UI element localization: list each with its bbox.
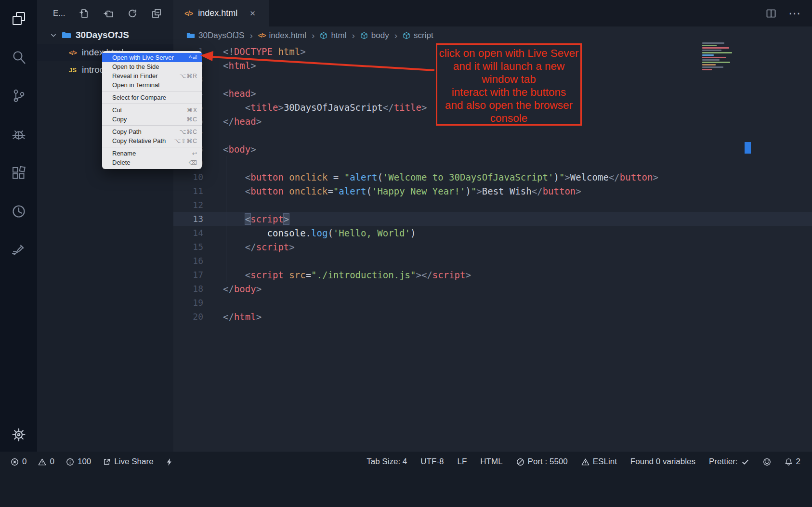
annotation-text: interact with the buttons — [437, 86, 580, 99]
menu-item[interactable]: Open to the Side — [102, 62, 202, 71]
refresh-button[interactable] — [127, 8, 138, 19]
split-editor-icon[interactable] — [765, 8, 777, 19]
smiley-icon — [763, 458, 771, 466]
status-item[interactable]: 0 — [11, 457, 26, 467]
code-line[interactable]: 14 console.log('Hello, World') — [173, 226, 812, 240]
breadcrumb-label: body — [371, 31, 389, 40]
status-item[interactable]: Prettier: — [709, 457, 749, 467]
menu-item-shortcut: ⌥⌘C — [180, 129, 198, 135]
status-item[interactable]: Live Share — [103, 457, 153, 467]
menu-item[interactable]: Reveal in Finder⌥⌘R — [102, 71, 202, 80]
status-label: 100 — [78, 457, 91, 467]
code-line[interactable]: 13 <script> — [173, 212, 812, 226]
activity-item-settings-gear[interactable] — [11, 427, 27, 443]
code-line[interactable]: 12 — [173, 198, 812, 212]
menu-item[interactable]: Copy Path⌥⌘C — [102, 127, 202, 136]
settings-gear-icon — [11, 427, 27, 443]
status-item[interactable]: 0 — [38, 457, 54, 467]
code-line[interactable]: 8<body> — [173, 142, 812, 156]
code-line[interactable]: 7 — [173, 128, 812, 142]
activity-item-extensions[interactable] — [11, 165, 27, 181]
code-line[interactable]: 9 — [173, 156, 812, 170]
activity-item-search[interactable] — [11, 49, 27, 65]
code-line[interactable]: 19 — [173, 296, 812, 310]
breadcrumb-item-body[interactable]: body — [360, 31, 389, 40]
code-text: <script> — [203, 214, 289, 224]
chevron-right-icon: › — [249, 30, 252, 41]
annotation-text: window tab — [437, 73, 580, 86]
status-item[interactable] — [165, 458, 173, 466]
menu-item[interactable]: Copy⌘C — [102, 115, 202, 124]
status-label: UTF-8 — [420, 457, 444, 467]
activity-item-debug[interactable] — [11, 126, 27, 143]
code-line[interactable]: 10 <button onclick = "alert('Welcome to … — [173, 170, 812, 184]
menu-item-shortcut: ⌥⇧⌘C — [174, 138, 197, 144]
status-item[interactable]: Found 0 variables — [630, 457, 695, 467]
folder-icon — [62, 31, 71, 39]
menu-item[interactable]: Open with Live Server^⏎ — [102, 53, 202, 62]
code-line[interactable]: 16 — [173, 254, 812, 268]
menu-item-label: Copy Relative Path — [112, 137, 166, 144]
activity-item-source-control[interactable] — [11, 88, 27, 104]
code-line[interactable]: 15 </script> — [173, 240, 812, 254]
activity-item-pen[interactable] — [11, 242, 27, 258]
status-item[interactable]: HTML — [480, 457, 502, 467]
status-item[interactable]: ESLint — [581, 457, 617, 467]
menu-item[interactable]: Delete⌫ — [102, 158, 202, 167]
new-folder-button[interactable] — [103, 8, 114, 19]
close-icon[interactable]: ✕ — [249, 9, 256, 18]
menu-item[interactable]: Select for Compare — [102, 93, 202, 102]
sidebar-toolbar — [79, 8, 162, 19]
vscode-window: E... 30DaysOfJS </>index.htmlJSintroduct… — [0, 0, 812, 507]
new-file-button[interactable] — [79, 8, 90, 19]
html-file-icon: </> — [184, 10, 193, 17]
status-item[interactable]: 2 — [785, 457, 800, 467]
context-menu: Open with Live Server^⏎Open to the SideR… — [102, 51, 202, 169]
code-text: </head> — [203, 116, 262, 127]
menu-item[interactable]: Rename↩ — [102, 149, 202, 158]
collapse-all-icon — [151, 8, 162, 19]
code-text: <script src="./introduction.js"></script… — [203, 270, 471, 280]
annotation-text: console — [437, 112, 580, 125]
code-line[interactable]: 17 <script src="./introduction.js"></scr… — [173, 268, 812, 282]
menu-item[interactable]: Cut⌘X — [102, 105, 202, 115]
code-line[interactable]: 18</body> — [173, 282, 812, 296]
indent-guide — [226, 156, 226, 282]
menu-item-label: Copy Path — [112, 128, 142, 135]
status-item[interactable]: Tab Size: 4 — [367, 457, 407, 467]
bell-icon — [785, 458, 793, 466]
status-item[interactable]: 100 — [66, 457, 91, 467]
status-item[interactable]: LF — [457, 457, 467, 467]
menu-item-label: Open to the Side — [112, 63, 159, 70]
info-circle-icon — [66, 458, 74, 466]
more-actions-icon[interactable]: ⋯ — [788, 7, 800, 19]
activity-item-clock[interactable] — [11, 203, 27, 220]
activity-item-explorer[interactable] — [11, 11, 27, 27]
tab-index.html[interactable]: </>index.html✕ — [173, 0, 269, 26]
code-line[interactable]: 11 <button onclick="alert('Happy New Yea… — [173, 184, 812, 198]
extensions-icon — [11, 165, 27, 181]
minimap[interactable] — [702, 42, 732, 71]
chevron-right-icon: › — [352, 30, 355, 41]
scrollbar-marker[interactable] — [745, 142, 751, 154]
pen-icon — [11, 242, 27, 258]
menu-item[interactable]: Open in Terminal — [102, 80, 202, 90]
menu-item[interactable]: Copy Relative Path⌥⇧⌘C — [102, 136, 202, 145]
status-item[interactable] — [763, 458, 771, 466]
root-folder-label: 30DaysOfJS — [76, 30, 129, 40]
collapse-all-button[interactable] — [151, 8, 162, 19]
source-control-icon — [11, 88, 27, 104]
tree-item-root-folder[interactable]: 30DaysOfJS — [37, 26, 173, 44]
status-item[interactable]: Port : 5500 — [516, 457, 568, 467]
status-item[interactable]: UTF-8 — [420, 457, 444, 467]
breadcrumb-item-script[interactable]: script — [403, 31, 433, 40]
breadcrumb-item-index.html[interactable]: </>index.html — [258, 31, 306, 40]
explorer-title: E... — [53, 9, 65, 18]
code-line[interactable]: 20</html> — [173, 310, 812, 324]
menu-item-label: Delete — [112, 159, 131, 166]
line-number: 16 — [173, 256, 203, 266]
breadcrumb-item-30DaysOfJS[interactable]: 30DaysOfJS — [186, 31, 244, 40]
line-number: 10 — [173, 172, 203, 182]
breadcrumb-item-html[interactable]: html — [320, 31, 346, 40]
menu-item-label: Select for Compare — [112, 94, 166, 101]
